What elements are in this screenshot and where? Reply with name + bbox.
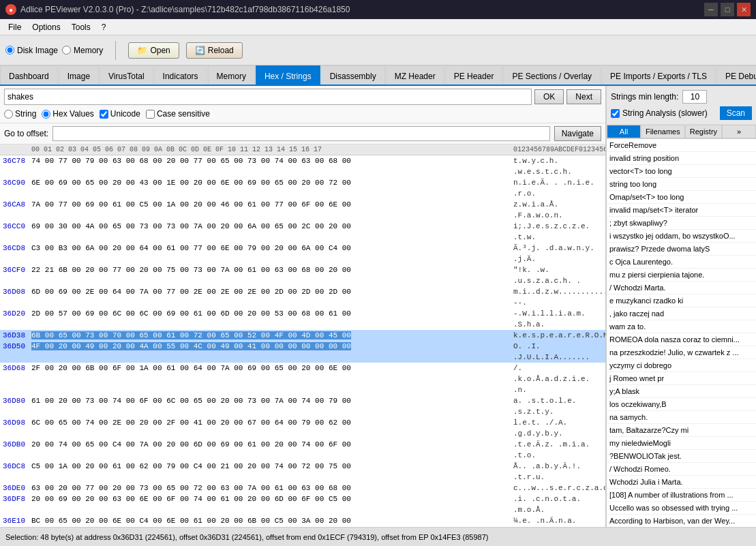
strings-tab-overflow[interactable]: » (722, 125, 756, 138)
list-item[interactable]: los oczekiwany,B (607, 398, 756, 411)
tab-pe-header[interactable]: PE Header (445, 65, 503, 86)
tab-dashboard[interactable]: Dashboard (0, 65, 58, 86)
table-row[interactable]: 36D98 6C 00 65 00 74 00 2E 00 20 00 2F 0… (0, 417, 605, 439)
table-row[interactable]: 36C90 6E 00 69 00 65 00 20 00 43 00 1E 0… (0, 177, 605, 199)
memory-radio-label[interactable]: Memory (62, 46, 103, 55)
table-row[interactable]: 36C78 74 00 77 00 79 00 63 00 68 00 20 0… (0, 155, 605, 177)
list-item[interactable]: invalid map/set<T> iterator (607, 204, 756, 217)
disk-image-radio[interactable] (5, 46, 14, 55)
scan-button[interactable]: Scan (720, 106, 752, 120)
strings-tab-registry[interactable]: Registry (685, 125, 722, 138)
list-item[interactable]: ROMEOA dola nasza coraz to ciemni... (607, 333, 756, 346)
maximize-button[interactable]: □ (721, 3, 734, 16)
hex-offset: 36DC8 (1, 461, 30, 483)
open-button[interactable]: 📁 Open (128, 42, 179, 59)
list-item[interactable]: e muzykanci rzadko ki (607, 294, 756, 307)
list-item[interactable]: j Romeo wnet pr (607, 372, 756, 385)
menu-options[interactable]: Options (27, 21, 65, 33)
tab-memory[interactable]: Memory (208, 65, 255, 86)
memory-radio[interactable] (62, 46, 71, 55)
table-row[interactable]: 36E10 BC 00 65 00 20 00 6E 00 C4 00 6E 0… (0, 515, 605, 527)
table-row[interactable]: 36D80 61 00 20 00 73 00 74 00 6F 00 6C 0… (0, 395, 605, 417)
disk-image-radio-label[interactable]: Disk Image (5, 46, 58, 55)
list-item[interactable]: c Ojca Laurentego. (607, 256, 756, 269)
list-item[interactable]: na samych. (607, 411, 756, 424)
tab-pe-imports[interactable]: PE Imports / Exports / TLS (601, 65, 716, 86)
table-row[interactable]: 36D38 6B 00 65 00 73 00 70 00 65 00 61 0… (0, 330, 605, 341)
list-item[interactable]: Uccello was so obsessed with trying ... (607, 502, 756, 515)
table-row[interactable]: 36CA8 7A 00 77 00 69 00 61 00 C5 00 1A 0… (0, 199, 605, 221)
table-row[interactable]: 36DF8 20 00 69 00 20 00 63 00 6E 00 6F 0… (0, 494, 605, 515)
list-item[interactable]: According to Harbison, van der Wey... (607, 515, 756, 527)
tab-image[interactable]: Image (59, 65, 99, 86)
strings-tab-filenames[interactable]: Filenames (641, 125, 685, 138)
tab-pe-sections[interactable]: PE Sections / Overlay (503, 65, 601, 86)
titlebar-controls[interactable]: ─ □ ✕ (704, 3, 751, 16)
string-radio-label[interactable]: String (4, 109, 36, 119)
strings-tab-all[interactable]: All (607, 125, 641, 138)
table-row[interactable]: 36CF0 22 21 6B 00 20 00 77 00 20 00 75 0… (0, 264, 605, 286)
menu-tools[interactable]: Tools (66, 21, 96, 33)
list-item[interactable]: Omap/set<T> too long (607, 191, 756, 204)
reload-button[interactable]: 🔄 Reload (186, 42, 243, 59)
next-button[interactable]: Next (566, 89, 601, 104)
unicode-checkbox-label[interactable]: Unicode (100, 109, 140, 119)
table-row[interactable]: 36D20 2D 00 57 00 69 00 6C 00 6C 00 69 0… (0, 308, 605, 330)
tab-hex-strings[interactable]: Hex / Strings (256, 65, 320, 86)
close-button[interactable]: ✕ (737, 3, 751, 16)
string-radio[interactable] (4, 110, 13, 119)
hex-radio-label[interactable]: Hex Values (42, 109, 93, 119)
hex-offset: 36D50 (1, 341, 30, 363)
list-item[interactable]: y;A blask (607, 385, 756, 398)
offset-input[interactable] (52, 126, 549, 141)
table-row[interactable]: 36DC8 C5 00 1A 00 20 00 61 00 62 00 79 0… (0, 461, 605, 483)
hex-radio[interactable] (42, 110, 50, 119)
list-item[interactable]: tam, Baltazarze?Czy mi (607, 424, 756, 437)
list-item[interactable]: [108] A number of illustrations from ... (607, 489, 756, 502)
search-input[interactable] (4, 89, 532, 105)
list-item[interactable]: yczymy ci dobrego (607, 359, 756, 372)
list-item[interactable]: ForceRemove (607, 139, 756, 152)
tab-mz-header[interactable]: MZ Header (386, 65, 444, 86)
list-item[interactable]: invalid string position (607, 152, 756, 165)
offset-bar: Go to offset: Navigate (0, 123, 605, 145)
list-item[interactable]: Wchodzi Julia i Marta. (607, 476, 756, 489)
list-item[interactable]: / Wchodzi Marta. (607, 282, 756, 294)
table-row[interactable]: 36D08 6D 00 69 00 2E 00 64 00 7A 00 77 0… (0, 286, 605, 308)
case-sensitive-checkbox-label[interactable]: Case sensitive (146, 109, 210, 119)
list-item[interactable]: na przeszkodzie! Julio, w czwartek z ... (607, 346, 756, 359)
list-item[interactable]: my nieledwieMogli (607, 437, 756, 450)
tab-virustotal[interactable]: VirusTotal (100, 65, 153, 86)
table-row[interactable]: 36D50 4F 00 20 00 49 00 20 00 4A 00 55 0… (0, 341, 605, 363)
menu-file[interactable]: File (3, 21, 27, 33)
list-item[interactable]: , jako raczej nad (607, 307, 756, 320)
menu-help[interactable]: ? (96, 21, 112, 33)
unicode-checkbox[interactable] (100, 110, 108, 119)
tab-disassembly[interactable]: Disassembly (321, 65, 385, 86)
list-item[interactable]: i wszystko jej oddam, bo wszystkoO... (607, 230, 756, 243)
list-item[interactable]: mu z piersi cierpienia tajone. (607, 269, 756, 282)
case-sensitive-checkbox[interactable] (146, 110, 155, 119)
table-row[interactable]: 36CC0 69 00 30 00 4A 00 65 00 73 00 73 0… (0, 221, 605, 243)
list-item[interactable]: ; zbyt skwapliwy? (607, 217, 756, 230)
list-item[interactable]: vector<T> too long (607, 165, 756, 178)
ok-button[interactable]: OK (534, 89, 564, 104)
table-row[interactable]: 36DB0 20 00 74 00 65 00 C4 00 7A 00 20 0… (0, 439, 605, 461)
minimize-button[interactable]: ─ (704, 3, 718, 16)
list-item[interactable]: wam za to. (607, 320, 756, 333)
tab-pe-debug[interactable]: PE Debug (716, 65, 756, 86)
list-item[interactable]: string too long (607, 178, 756, 191)
table-row[interactable]: 36D68 2F 00 20 00 6B 00 6F 00 1A 00 61 0… (0, 363, 605, 395)
list-item[interactable]: ?BENWOLIOTak jest. (607, 450, 756, 463)
tab-indicators[interactable]: Indicators (154, 65, 207, 86)
hex-content[interactable]: 00 01 02 03 04 05 06 07 08 09 0A 0B 0C 0… (0, 145, 605, 527)
hex-offset: 36D38 (1, 330, 30, 341)
navigate-button[interactable]: Navigate (554, 126, 601, 141)
strings-list[interactable]: ForceRemoveinvalid string positionvector… (607, 139, 756, 527)
strings-analysis-checkbox[interactable] (611, 109, 620, 118)
list-item[interactable]: / Wchodzi Romeo. (607, 463, 756, 476)
list-item[interactable]: prawisz? Przede dwoma latyS (607, 243, 756, 256)
table-row[interactable]: 36CD8 C3 00 B3 00 6A 00 20 00 64 00 61 0… (0, 243, 605, 264)
strings-min-input[interactable] (682, 90, 707, 104)
table-row[interactable]: 36DE0 63 00 20 00 77 00 20 00 73 00 65 0… (0, 483, 605, 494)
